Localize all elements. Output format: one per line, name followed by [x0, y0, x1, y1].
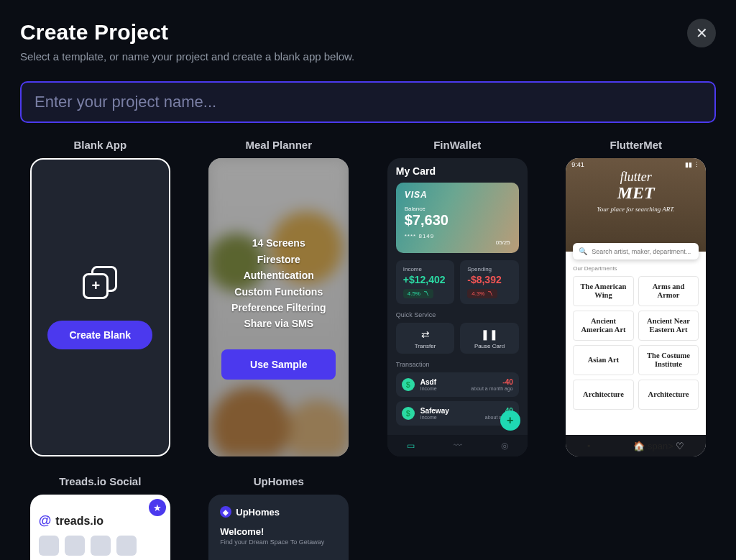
template-meal-planner[interactable]: Meal Planner 14 Screens Firestore Authen… — [199, 139, 359, 456]
profile-nav-icon: ◎ — [501, 441, 508, 451]
tx-name: Safeway — [420, 407, 449, 415]
trend-up-icon: 〽 — [423, 290, 429, 297]
welcome-text: Welcome! — [220, 526, 337, 537]
transaction-row: $ Asdf Income -40 about a month ago — [396, 372, 519, 397]
feature: Authentication — [231, 267, 326, 283]
fin-bottom-nav: ▭ 〰 ◎ — [387, 435, 528, 456]
income-label: Income — [403, 266, 448, 272]
create-project-modal: Create Project Select a template, or nam… — [0, 0, 736, 560]
spending-trend: 4.3% — [472, 290, 484, 297]
spending-box: Spending -$8,392 4.3% 〽 — [460, 260, 519, 304]
spending-value: -$8,392 — [467, 274, 512, 285]
avatar — [39, 536, 59, 556]
credit-card: VISA Balance $7,630 **** 8149 05/25 — [396, 183, 519, 253]
hero-subtitle: Your place for searching ART. — [566, 206, 706, 213]
uphomes-logo-icon: ◈ — [220, 506, 231, 518]
status-time: 9:41 — [571, 161, 584, 168]
use-sample-button[interactable]: Use Sample — [221, 349, 336, 380]
template-blank[interactable]: Blank App + Create Blank — [20, 139, 180, 456]
template-finwallet[interactable]: FinWallet My Card VISA Balance $7,630 **… — [377, 139, 538, 456]
tagline: Find your Dream Space To Getaway — [220, 538, 337, 546]
dept-card: Asian Art — [573, 345, 634, 375]
dept-card: Ancient American Art — [573, 311, 634, 341]
tx-sub: Income — [420, 415, 449, 420]
status-icons: ▮▮ ⋮ — [685, 161, 701, 168]
tx-name: Asdf — [420, 378, 437, 386]
money-icon: $ — [402, 407, 415, 420]
balance-label: Balance — [405, 206, 510, 212]
tx-amount: -40 — [471, 378, 512, 386]
income-box: Income +$12,402 4.5% 〽 — [396, 260, 455, 304]
template-uphomes[interactable]: UpHomes ◈ UpHomes Welcome! Find your Dre… — [199, 475, 359, 560]
uphomes-preview: ◈ UpHomes Welcome! Find your Dream Space… — [208, 495, 349, 560]
trend-down-icon: 〽 — [487, 290, 493, 297]
search-icon: 🔍 — [579, 247, 587, 255]
treads-preview: ★ @ treads.io — [30, 495, 170, 560]
feature: Preference Filtering — [231, 300, 326, 316]
search-input — [592, 248, 693, 255]
template-treads[interactable]: Treads.io Social ★ @ treads.io — [20, 475, 180, 560]
departments-grid: The American Wing Arms and Armor Ancient… — [573, 276, 699, 410]
departments-label: Our Departments — [573, 265, 699, 272]
template-fluttermet[interactable]: FlutterMet 9:41 ▮▮ ⋮ flutter MET Your pl… — [556, 139, 717, 456]
balance-value: $7,630 — [405, 212, 510, 229]
dept-card: Ancient Near Eastern Art — [638, 311, 699, 341]
modal-title: Create Project — [20, 20, 354, 45]
meal-preview: 14 Screens Firestore Authentication Cust… — [208, 158, 349, 456]
template-title: Treads.io Social — [59, 475, 141, 487]
add-fab: + — [500, 410, 520, 431]
card-expiry: 05/25 — [496, 239, 510, 246]
card-mask: **** 8149 — [405, 233, 510, 239]
template-title: Blank App — [73, 139, 126, 151]
blank-preview: + Create Blank — [30, 158, 170, 456]
transfer-label: Transfer — [415, 343, 436, 349]
modal-subtitle: Select a template, or name your project … — [20, 50, 354, 63]
dept-card: Architecture — [638, 380, 699, 410]
tx-sub: Income — [420, 386, 437, 391]
transaction-label: Transaction — [396, 361, 519, 368]
fluttermet-preview: 9:41 ▮▮ ⋮ flutter MET Your place for sea… — [566, 158, 706, 456]
finwallet-preview: My Card VISA Balance $7,630 **** 8149 05… — [387, 158, 528, 456]
treads-logo-text: treads.io — [55, 515, 104, 528]
pause-label: Pause Card — [474, 343, 505, 349]
transfer-icon: ⇄ — [421, 329, 430, 340]
brand-top: flutter — [566, 170, 706, 185]
create-blank-icon: + — [83, 266, 117, 299]
close-button[interactable]: ✕ — [687, 19, 716, 47]
pause-icon: ❚❚ — [481, 329, 498, 340]
dept-card: The American Wing — [573, 276, 634, 306]
search-bar: 🔍 — [573, 243, 699, 260]
template-grid: Blank App + Create Blank Meal Planner 14… — [20, 139, 716, 560]
template-title: UpHomes — [254, 475, 304, 487]
dept-card: The Costume Institute — [638, 345, 699, 375]
dept-card: Arms and Armor — [638, 276, 699, 306]
favorites-nav-icon: ♡ — [676, 441, 684, 451]
project-name-input[interactable] — [20, 81, 716, 123]
template-title: FlutterMet — [610, 139, 663, 151]
tx-time: about a month ago — [471, 386, 512, 391]
transfer-action: ⇄ Transfer — [396, 323, 455, 354]
create-blank-button[interactable]: Create Blank — [47, 321, 152, 349]
uphomes-logo-text: UpHomes — [236, 507, 280, 518]
brand-bottom: MET — [566, 183, 706, 203]
spending-label: Spending — [467, 266, 512, 272]
avatar — [91, 536, 111, 556]
avatar — [65, 536, 85, 556]
feature: Firestore — [231, 252, 326, 267]
meal-feature-list: 14 Screens Firestore Authentication Cust… — [231, 235, 326, 331]
template-title: Meal Planner — [245, 139, 312, 151]
feature: Custom Functions — [231, 284, 326, 300]
avatar — [116, 536, 137, 556]
money-icon: $ — [402, 378, 415, 391]
star-badge-icon: ★ — [149, 499, 166, 516]
card-nav-icon: ▭ — [407, 441, 415, 451]
dept-card: Architecture — [573, 380, 634, 410]
activity-nav-icon: 〰 — [454, 441, 462, 451]
feature: 14 Screens — [231, 235, 326, 251]
at-icon: @ — [39, 513, 52, 528]
feature: Share via SMS — [231, 316, 326, 331]
income-trend: 4.5% — [408, 290, 420, 297]
quick-service-label: Quick Service — [396, 311, 519, 318]
close-icon: ✕ — [696, 24, 708, 42]
pause-action: ❚❚ Pause Card — [460, 323, 519, 354]
